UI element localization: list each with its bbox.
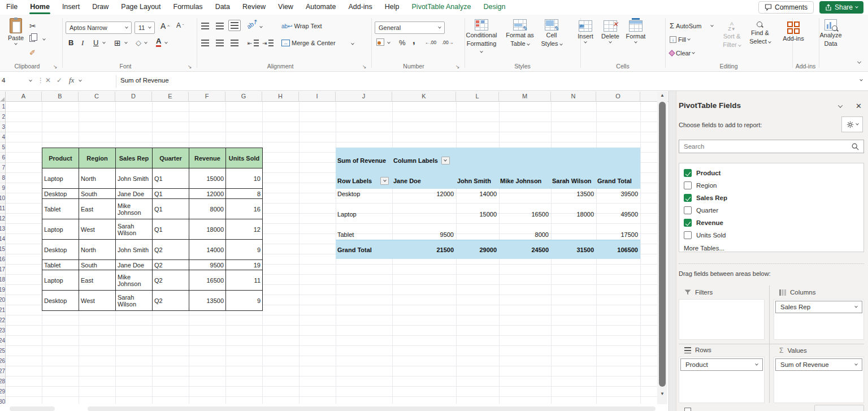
column-header[interactable]: A	[6, 92, 42, 102]
data-table-cell[interactable]: Q2	[153, 291, 189, 311]
row-header[interactable]: 10	[0, 193, 5, 204]
middle-align-button[interactable]	[216, 23, 224, 29]
pivot-value-cell[interactable]: 49500	[596, 209, 640, 219]
data-table-cell[interactable]: 16	[226, 199, 263, 219]
columns-field-pill[interactable]: Sales Rep	[775, 301, 862, 313]
bold-button[interactable]: B	[68, 38, 73, 47]
data-table-cell[interactable]: Q2	[153, 270, 189, 291]
field-item-revenue[interactable]: Revenue	[679, 217, 863, 229]
tab-view[interactable]: View	[272, 0, 300, 15]
data-table-header-cell[interactable]: Sales Rep	[116, 148, 153, 168]
clear-button[interactable]: Clear	[670, 50, 695, 57]
vertical-scrollbar[interactable]: ▲ ▼	[657, 92, 667, 404]
data-table-cell[interactable]: 15000	[189, 168, 226, 189]
comma-style-button[interactable]: ,	[413, 35, 415, 46]
data-table-cell[interactable]: Jane Doe	[116, 260, 153, 270]
checkbox-icon[interactable]	[684, 181, 692, 189]
pivot-row-label-cell[interactable]: Desktop	[336, 189, 392, 199]
format-cells-button[interactable]: Format	[624, 20, 648, 44]
pivot-value-cell[interactable]: 14000	[456, 189, 499, 199]
cells-grid[interactable]: ProductRegionSales RepQuarterRevenueUnit…	[6, 102, 657, 404]
row-header[interactable]: 7	[0, 163, 5, 173]
data-table-row[interactable]: DesktopWestSarah WilsonQ2135009	[42, 291, 263, 311]
search-input[interactable]	[679, 143, 852, 150]
column-header[interactable]: E	[152, 92, 189, 102]
column-header-row[interactable]: ABCDEFGHIJKLMNO	[6, 92, 640, 101]
merge-center-chevron-icon[interactable]	[351, 42, 354, 45]
number-dialog-launcher[interactable]: ↘	[455, 64, 460, 70]
top-align-button[interactable]	[201, 23, 209, 29]
row-headers[interactable]: 1234567891011121314151617181920212223242…	[0, 102, 6, 404]
pivot-value-cell[interactable]	[392, 209, 456, 219]
tab-add-ins[interactable]: Add-ins	[342, 0, 378, 15]
data-table-cell[interactable]: Tablet	[42, 199, 79, 219]
pivot-value-cell[interactable]: 18000	[551, 209, 596, 219]
data-table-cell[interactable]: Jane Doe	[116, 189, 153, 199]
scroll-up-icon[interactable]: ▲	[657, 93, 667, 98]
autosum-chevron-icon[interactable]	[710, 24, 714, 27]
merge-center-button[interactable]: ↔ Merge & Center	[281, 40, 336, 46]
pivot-row-label-cell[interactable]: Tablet	[336, 230, 392, 240]
orientation-button[interactable]: ab↗	[245, 18, 259, 31]
data-table-cell[interactable]: 13500	[189, 291, 226, 311]
data-table-cell[interactable]: Sarah Wilson	[116, 291, 153, 311]
align-center-button[interactable]	[216, 40, 224, 46]
column-header[interactable]: B	[42, 92, 79, 102]
data-table-cell[interactable]: South	[79, 189, 116, 199]
field-item-sales-rep[interactable]: Sales Rep	[679, 192, 863, 204]
row-header[interactable]: 4	[0, 132, 5, 142]
name-box[interactable]: 4	[2, 77, 5, 84]
tab-automate[interactable]: Automate	[300, 0, 342, 15]
filters-drop-area[interactable]	[679, 299, 765, 340]
analyze-data-button[interactable]: Analyze Data	[817, 19, 844, 47]
font-name-combo[interactable]: Aptos Narrow	[66, 21, 132, 34]
pivot-value-cell[interactable]	[551, 230, 596, 240]
row-header[interactable]: 13	[0, 224, 5, 234]
enter-icon[interactable]: ✓	[57, 76, 62, 84]
conditional-formatting-button[interactable]: Conditional Formatting	[466, 19, 497, 55]
comments-button[interactable]: Comments	[758, 1, 814, 14]
font-color-chevron-icon[interactable]	[164, 41, 168, 44]
data-table-header-cell[interactable]: Units Sold	[226, 148, 263, 168]
data-table-cell[interactable]: West	[79, 219, 116, 240]
align-right-button[interactable]	[231, 40, 238, 46]
expand-formula-bar-chevron-icon[interactable]	[860, 78, 863, 81]
cancel-icon[interactable]: ✕	[45, 76, 51, 84]
data-table-cell[interactable]: Q1	[153, 189, 189, 199]
rows-field-pill[interactable]: Product	[680, 358, 763, 371]
row-header[interactable]: 23	[0, 326, 5, 336]
data-table-cell[interactable]: West	[79, 291, 116, 311]
insert-function-icon[interactable]: fx	[69, 76, 74, 85]
clipboard-dialog-launcher[interactable]: ↘	[53, 64, 58, 70]
pivot-value-cell[interactable]: 31500	[551, 240, 596, 259]
data-table-cell[interactable]: John Smith	[116, 240, 153, 260]
row-header[interactable]: 8	[0, 173, 5, 183]
data-table-row[interactable]: DesktopNorthJohn SmithQ2140009	[42, 240, 263, 260]
pivot-measure-cell[interactable]: Sum of Revenue	[336, 148, 392, 173]
row-header[interactable]: 28	[0, 377, 5, 387]
bottom-align-button[interactable]	[228, 20, 241, 31]
pane-resize-gutter[interactable]	[670, 91, 676, 411]
copy-chevron-icon[interactable]	[42, 37, 46, 41]
tab-pivottable-analyze[interactable]: PivotTable Analyze	[406, 0, 478, 15]
underline-chevron-icon[interactable]	[102, 41, 106, 44]
row-header[interactable]: 11	[0, 204, 5, 214]
pivot-value-cell[interactable]: 21500	[392, 240, 456, 259]
delete-cells-button[interactable]: ✕ Delete	[599, 20, 622, 44]
columns-drop-area[interactable]: Sales Rep	[774, 299, 864, 340]
row-header[interactable]: 15	[0, 244, 5, 254]
data-table-cell[interactable]: Desktop	[42, 240, 79, 260]
row-header[interactable]: 27	[0, 366, 5, 377]
data-table-row[interactable]: TabletSouthJane DoeQ2950019	[42, 260, 263, 270]
pivot-value-cell[interactable]	[456, 230, 499, 240]
pivot-column-header-cell[interactable]: Jane Doe	[392, 173, 456, 189]
find-select-button[interactable]: Find & Select	[747, 21, 773, 45]
field-item-quarter[interactable]: Quarter	[679, 204, 863, 217]
data-table-header-cell[interactable]: Region	[79, 148, 116, 168]
field-item-units-sold[interactable]: Units Sold	[679, 229, 863, 241]
pivot-value-cell[interactable]: 9500	[392, 230, 456, 240]
column-header[interactable]: F	[189, 92, 225, 102]
pivot-value-cell[interactable]: 39500	[596, 189, 640, 199]
row-header[interactable]: 24	[0, 336, 5, 346]
tab-help[interactable]: Help	[379, 0, 406, 15]
